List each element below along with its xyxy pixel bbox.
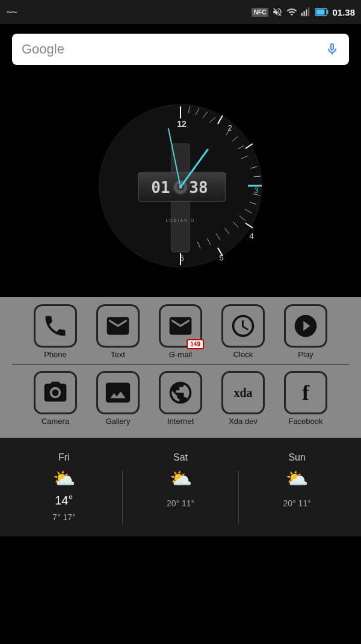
gmail-label: G-mail bbox=[169, 350, 192, 359]
app-xda-wrapper: xda Xda dev bbox=[217, 371, 270, 426]
gmail-icon bbox=[167, 313, 194, 339]
xda-label: Xda dev bbox=[229, 417, 258, 426]
camera-label: Camera bbox=[42, 417, 69, 426]
svg-text:2: 2 bbox=[227, 123, 232, 132]
svg-rect-0 bbox=[301, 13, 303, 16]
clock-icon bbox=[230, 313, 256, 339]
clock-label: Clock bbox=[233, 350, 253, 359]
internet-icon-box[interactable] bbox=[159, 371, 202, 414]
google-label: Google bbox=[22, 41, 64, 57]
mute-icon bbox=[272, 7, 283, 17]
xda-icon-box[interactable]: xda bbox=[221, 371, 265, 414]
status-time: 01.38 bbox=[332, 7, 355, 17]
analog-clock: 12 2 3 4 5 6 01 38 bbox=[90, 96, 271, 276]
clock-svg: 12 2 3 4 5 6 01 38 bbox=[90, 96, 271, 276]
gmail-badge: 149 bbox=[187, 339, 204, 349]
play-label: Play bbox=[298, 350, 313, 359]
svg-text:38: 38 bbox=[189, 179, 208, 197]
app-gmail-wrapper: 149 G-mail bbox=[154, 304, 207, 359]
play-icon-box[interactable] bbox=[284, 304, 327, 348]
signal-icon bbox=[301, 7, 312, 17]
app-play-wrapper: Play bbox=[279, 304, 332, 359]
svg-text:12: 12 bbox=[177, 119, 187, 129]
play-icon bbox=[292, 313, 319, 339]
svg-rect-1 bbox=[304, 11, 305, 16]
weather-sun-range: 20° 11° bbox=[283, 498, 311, 508]
weather-fri-temp: 14° bbox=[55, 494, 73, 508]
weather-sat-name: Sat bbox=[173, 452, 188, 463]
weather-bar: Fri ⛅ 14° 7° 17° Sat ⛅ 20° 11° Sun ⛅ 20°… bbox=[0, 438, 361, 536]
facebook-text-icon: f bbox=[302, 380, 309, 405]
app-text-wrapper: Text bbox=[91, 304, 144, 359]
clock-area: 12 2 3 4 5 6 01 38 bbox=[0, 75, 361, 297]
gallery-icon bbox=[105, 379, 131, 406]
svg-text:3: 3 bbox=[254, 186, 258, 195]
wifi-icon bbox=[286, 7, 297, 17]
internet-label: Internet bbox=[167, 417, 194, 426]
text-icon bbox=[105, 313, 131, 339]
weather-sun-name: Sun bbox=[288, 452, 305, 463]
gallery-icon-box[interactable] bbox=[96, 371, 140, 414]
weather-day-fri: Fri ⛅ 14° 7° 17° bbox=[6, 452, 122, 522]
status-left: ~~ bbox=[6, 6, 16, 19]
svg-text:5: 5 bbox=[219, 253, 223, 262]
app-gallery-wrapper: Gallery bbox=[91, 371, 144, 426]
app-camera-wrapper: Camera bbox=[29, 371, 82, 426]
phone-icon bbox=[42, 313, 69, 339]
camera-icon bbox=[42, 379, 69, 406]
gallery-label: Gallery bbox=[105, 417, 130, 426]
clock-icon-box[interactable] bbox=[221, 304, 265, 348]
app-facebook-wrapper: f Facebook bbox=[279, 371, 332, 426]
svg-rect-3 bbox=[308, 8, 309, 16]
weather-sat-icon: ⛅ bbox=[170, 468, 192, 489]
status-bar: ~~ NFC 01.38 bbox=[0, 0, 361, 24]
app-row-1: Phone Text 149 G-mail bbox=[12, 304, 349, 359]
xda-text-icon: xda bbox=[233, 386, 252, 400]
facebook-icon-box[interactable]: f bbox=[284, 371, 327, 414]
svg-rect-2 bbox=[306, 10, 307, 16]
weather-day-sun: Sun ⛅ 20° 11° bbox=[239, 452, 355, 508]
weather-day-sat: Sat ⛅ 20° 11° bbox=[123, 452, 239, 508]
nfc-badge: NFC bbox=[251, 8, 269, 17]
text-label: Text bbox=[111, 350, 125, 359]
app-row-2: Camera Gallery Internet xda X bbox=[12, 371, 349, 426]
battery-icon bbox=[315, 8, 329, 16]
svg-text:LOBIAN O: LOBIAN O bbox=[165, 218, 195, 222]
app-internet-wrapper: Internet bbox=[154, 371, 207, 426]
facebook-label: Facebook bbox=[288, 417, 322, 426]
search-bar[interactable]: Google bbox=[12, 34, 349, 65]
app-phone-wrapper: Phone bbox=[29, 304, 82, 359]
svg-text:01: 01 bbox=[151, 179, 170, 197]
app-row-divider bbox=[12, 364, 349, 365]
svg-rect-5 bbox=[316, 10, 325, 15]
weather-sun-icon: ⛅ bbox=[286, 468, 308, 489]
phone-icon-box[interactable] bbox=[34, 304, 77, 348]
gmail-icon-box[interactable]: 149 bbox=[159, 304, 202, 348]
weather-sat-range: 20° 11° bbox=[167, 498, 194, 508]
weather-fri-icon: ⛅ bbox=[53, 468, 75, 489]
app-grid: Phone Text 149 G-mail bbox=[0, 297, 361, 438]
app-clock-wrapper: Clock bbox=[217, 304, 270, 359]
status-right: NFC 01.38 bbox=[251, 7, 355, 17]
text-icon-box[interactable] bbox=[96, 304, 140, 348]
weather-fri-name: Fri bbox=[58, 452, 70, 463]
svg-text:6: 6 bbox=[179, 254, 184, 263]
weather-fri-range: 7° 17° bbox=[52, 512, 75, 522]
mic-icon[interactable] bbox=[325, 42, 339, 57]
camera-icon-box[interactable] bbox=[34, 371, 77, 414]
globe-icon bbox=[167, 379, 194, 406]
eye-icon: ~~ bbox=[6, 6, 16, 19]
phone-label: Phone bbox=[44, 350, 67, 359]
svg-text:4: 4 bbox=[249, 232, 253, 241]
svg-rect-6 bbox=[327, 10, 329, 14]
